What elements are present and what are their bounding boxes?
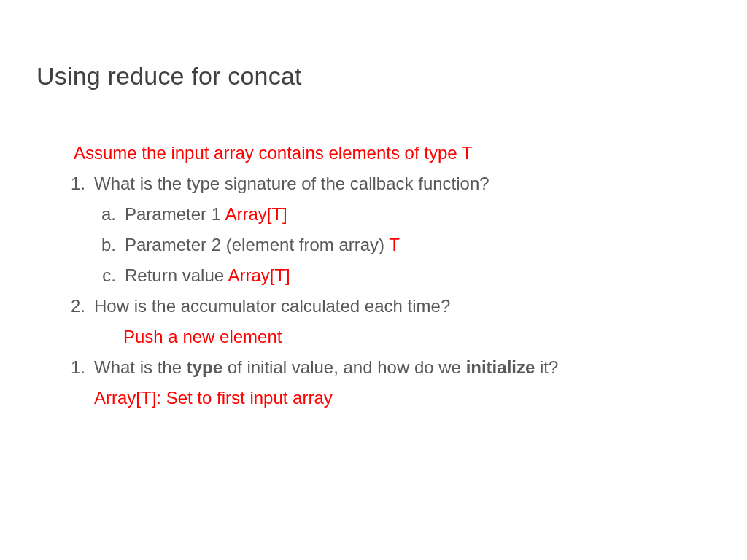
q1b-letter: b. — [100, 232, 125, 258]
q1b-text: Parameter 2 (element from array) T — [125, 232, 711, 258]
slide-content: Assume the input array contains elements… — [36, 140, 711, 411]
q1-item-b: b. Parameter 2 (element from array) T — [100, 232, 711, 258]
q1-sublist: a. Parameter 1 Array[T] b. Parameter 2 (… — [69, 201, 711, 289]
q1c-letter: c. — [100, 262, 125, 289]
q2-answer: Push a new element — [69, 324, 711, 350]
q3-text: What is the type of initial value, and h… — [94, 354, 711, 381]
q1-item-a: a. Parameter 1 Array[T] — [100, 201, 711, 228]
q1c-text: Return value Array[T] — [125, 262, 711, 289]
question-1: 1. What is the type signature of the cal… — [69, 171, 711, 197]
q1a-letter: a. — [100, 201, 125, 228]
q3-answer: Array[T]: Set to first input array — [69, 385, 711, 411]
q2-number: 2. — [69, 293, 94, 319]
q1-item-c: c. Return value Array[T] — [100, 262, 711, 289]
q2-text: How is the accumulator calculated each t… — [94, 293, 711, 319]
question-2: 2. How is the accumulator calculated eac… — [69, 293, 711, 319]
q1-number: 1. — [69, 171, 94, 197]
q1a-text: Parameter 1 Array[T] — [125, 201, 711, 228]
question-3: 1. What is the type of initial value, an… — [69, 354, 711, 381]
q3-number: 1. — [69, 354, 94, 381]
slide-title: Using reduce for concat — [36, 62, 711, 90]
intro-assumption: Assume the input array contains elements… — [69, 140, 711, 166]
q1-text: What is the type signature of the callba… — [94, 171, 711, 197]
